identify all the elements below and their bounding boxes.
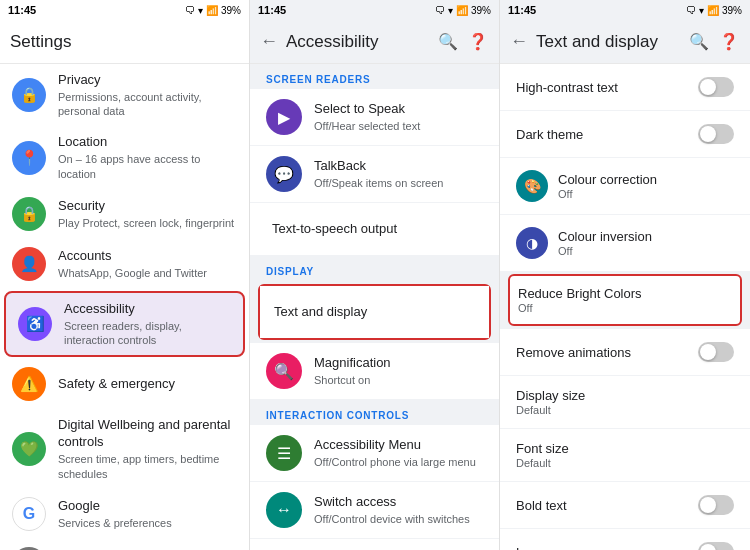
battery-1: 39%: [221, 5, 241, 16]
settings-item-accessibility[interactable]: ♿ Accessibility Screen readers, display,…: [4, 291, 245, 357]
settings-item-security[interactable]: 🔒 Security Play Protect, screen lock, fi…: [0, 189, 249, 239]
acc-menu-subtitle: Off/Control phone via large menu: [314, 455, 483, 469]
colour-correction-icon: 🎨: [516, 170, 548, 202]
talkback-icon: 💬: [266, 156, 302, 192]
item-bold-text[interactable]: Bold text: [500, 482, 750, 528]
text-display-header: ← Text and display 🔍 ❓: [500, 20, 750, 64]
wifi-icon-3: ▾: [699, 5, 704, 16]
settings-item-safety[interactable]: ⚠️ Safety & emergency: [0, 359, 249, 409]
acc-item-talkback[interactable]: 💬 TalkBack Off/Speak items on screen: [250, 146, 499, 202]
switch-access-subtitle: Off/Control device with switches: [314, 512, 483, 526]
section-display: DISPLAY: [250, 256, 499, 281]
location-title: Location: [58, 134, 237, 151]
settings-list: 🔒 Privacy Permissions, account activity,…: [0, 64, 249, 550]
colour-inversion-icon: ◑: [516, 227, 548, 259]
item-large-mouse[interactable]: Large mouse cursor: [500, 529, 750, 550]
item-colour-correction[interactable]: 🎨 Colour correction Off: [500, 158, 750, 214]
time-1: 11:45: [8, 4, 36, 16]
colour-inversion-subtitle: Off: [558, 245, 652, 257]
item-reduce-bright-colors[interactable]: Reduce Bright Colors Off: [508, 274, 742, 326]
font-size-title: Font size: [516, 441, 569, 456]
settings-item-wellbeing[interactable]: 💚 Digital Wellbeing and parental control…: [0, 409, 249, 488]
status-bar-3: 11:45 🗨 ▾ 📶 39%: [500, 0, 750, 20]
help-icon-2[interactable]: ❓: [467, 31, 489, 53]
high-contrast-toggle[interactable]: [698, 77, 734, 97]
acc-menu-title: Accessibility Menu: [314, 437, 483, 454]
acc-item-select-to-speak[interactable]: ▶ Select to Speak Off/Hear selected text: [250, 89, 499, 145]
back-arrow-3[interactable]: ←: [510, 31, 528, 52]
item-display-size[interactable]: Display size Default: [500, 376, 750, 428]
large-mouse-toggle[interactable]: [698, 542, 734, 550]
help-icon-3[interactable]: ❓: [718, 31, 740, 53]
accounts-title: Accounts: [58, 248, 237, 265]
acc-item-tts[interactable]: Text-to-speech output: [250, 203, 499, 255]
text-display-content: High-contrast text Dark theme 🎨 Colour c…: [500, 64, 750, 550]
privacy-title: Privacy: [58, 72, 237, 89]
item-high-contrast[interactable]: High-contrast text: [500, 64, 750, 110]
privacy-subtitle: Permissions, account activity, personal …: [58, 90, 237, 119]
wellbeing-subtitle: Screen time, app timers, bedtime schedul…: [58, 452, 237, 481]
item-dark-theme[interactable]: Dark theme: [500, 111, 750, 157]
security-title: Security: [58, 198, 237, 215]
select-speak-title: Select to Speak: [314, 101, 483, 118]
status-bar-2: 11:45 🗨 ▾ 📶 39%: [250, 0, 499, 20]
select-speak-subtitle: Off/Hear selected text: [314, 119, 483, 133]
panel-text-display: 11:45 🗨 ▾ 📶 39% ← Text and display 🔍 ❓ H…: [500, 0, 750, 550]
display-size-subtitle: Default: [516, 404, 585, 416]
settings-item-location[interactable]: 📍 Location On – 16 apps have access to l…: [0, 126, 249, 188]
item-colour-inversion[interactable]: ◑ Colour inversion Off: [500, 215, 750, 271]
status-icons-2: 🗨 ▾ 📶 39%: [435, 5, 491, 16]
talkback-title: TalkBack: [314, 158, 483, 175]
font-size-subtitle: Default: [516, 457, 569, 469]
magnification-icon: 🔍: [266, 353, 302, 389]
acc-item-text-display[interactable]: Text and display: [258, 284, 491, 340]
settings-item-privacy[interactable]: 🔒 Privacy Permissions, account activity,…: [0, 64, 249, 126]
tts-title: Text-to-speech output: [272, 221, 483, 238]
colour-correction-subtitle: Off: [558, 188, 657, 200]
security-icon: 🔒: [12, 197, 46, 231]
wifi-icon-2: ▾: [448, 5, 453, 16]
signal-icon-3: 📶: [707, 5, 719, 16]
bold-text-toggle[interactable]: [698, 495, 734, 515]
signal-icon-2: 📶: [456, 5, 468, 16]
security-subtitle: Play Protect, screen lock, fingerprint: [58, 216, 237, 230]
remove-animations-toggle[interactable]: [698, 342, 734, 362]
magnification-subtitle: Shortcut on: [314, 373, 483, 387]
google-title: Google: [58, 498, 237, 515]
large-mouse-title: Large mouse cursor: [516, 545, 632, 551]
settings-item-google[interactable]: G Google Services & preferences: [0, 489, 249, 539]
acc-item-acc-menu[interactable]: ☰ Accessibility Menu Off/Control phone v…: [250, 425, 499, 481]
acc-item-magnification[interactable]: 🔍 Magnification Shortcut on: [250, 343, 499, 399]
talkback-subtitle: Off/Speak items on screen: [314, 176, 483, 190]
acc-item-tap-assist[interactable]: Tap assistance: [250, 539, 499, 550]
battery-2: 39%: [471, 5, 491, 16]
colour-correction-title: Colour correction: [558, 172, 657, 187]
magnification-title: Magnification: [314, 355, 483, 372]
acc-item-switch-access[interactable]: ↔ Switch access Off/Control device with …: [250, 482, 499, 538]
google-subtitle: Services & preferences: [58, 516, 237, 530]
status-icons-1: 🗨 ▾ 📶 39%: [185, 5, 241, 16]
panel-accessibility: 11:45 🗨 ▾ 📶 39% ← Accessibility 🔍 ❓ SCRE…: [250, 0, 500, 550]
search-icon-3[interactable]: 🔍: [688, 31, 710, 53]
accessibility-title-header: Accessibility: [286, 32, 437, 52]
select-speak-icon: ▶: [266, 99, 302, 135]
acc-menu-icon: ☰: [266, 435, 302, 471]
item-font-size[interactable]: Font size Default: [500, 429, 750, 481]
reduce-bright-title: Reduce Bright Colors: [518, 286, 642, 301]
location-icon: 📍: [12, 141, 46, 175]
back-arrow-2[interactable]: ←: [260, 31, 278, 52]
bold-text-title: Bold text: [516, 498, 567, 513]
accounts-subtitle: WhatsApp, Google and Twitter: [58, 266, 237, 280]
item-remove-animations[interactable]: Remove animations: [500, 329, 750, 375]
msg-icon: 🗨: [185, 5, 195, 16]
search-icon-2[interactable]: 🔍: [437, 31, 459, 53]
dark-theme-toggle[interactable]: [698, 124, 734, 144]
wellbeing-title: Digital Wellbeing and parental controls: [58, 417, 237, 451]
settings-title: Settings: [10, 32, 239, 52]
status-bar-1: 11:45 🗨 ▾ 📶 39%: [0, 0, 249, 20]
accounts-icon: 👤: [12, 247, 46, 281]
location-subtitle: On – 16 apps have access to location: [58, 152, 237, 181]
settings-item-accounts[interactable]: 👤 Accounts WhatsApp, Google and Twitter: [0, 239, 249, 289]
settings-item-system[interactable]: ⚙️ System Languages, gestures, time, bac…: [0, 539, 249, 550]
battery-3: 39%: [722, 5, 742, 16]
